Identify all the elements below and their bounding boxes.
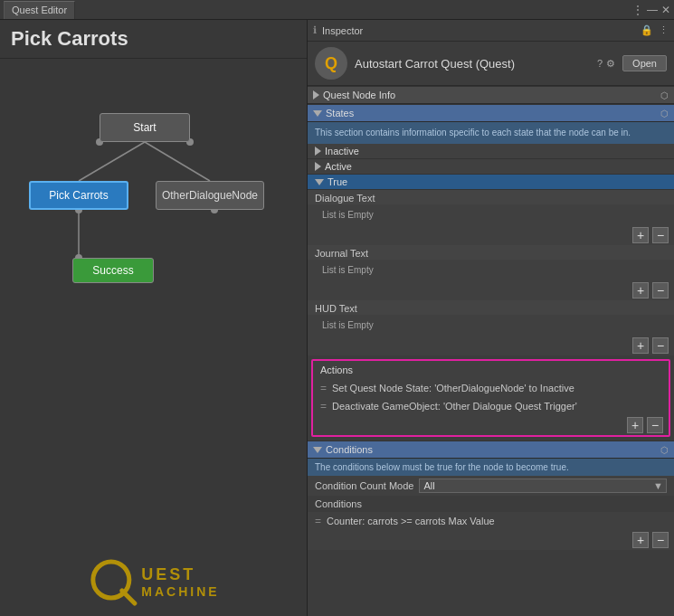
inspector-header: ℹ Inspector 🔒 ⋮ (308, 20, 674, 42)
states-info-text: This section contains information specif… (315, 128, 631, 137)
dialogue-text-section: List is Empty (308, 204, 674, 225)
collapse-icon-true (315, 179, 324, 185)
expand-icon-conditions: ⬡ (660, 445, 669, 455)
quest-name: Autostart Carrot Quest (Quest) (355, 57, 590, 71)
hud-text-label: HUD Text (308, 300, 674, 315)
state-true-label: True (328, 176, 347, 187)
conditions-remove-btn[interactable]: − (652, 532, 669, 548)
node-start[interactable]: Start (100, 113, 190, 142)
hud-text-controls: + − (308, 336, 674, 355)
action-equals-0: = (320, 382, 327, 394)
journal-text-add-btn[interactable]: + (632, 282, 649, 299)
inspector-help-icons: ? ⚙ (597, 58, 615, 70)
node-pick-carrots[interactable]: Pick Carrots (29, 181, 128, 210)
state-active-label: Active (325, 161, 352, 172)
tab-label: Quest Editor (12, 5, 67, 15)
journal-text-section: List is Empty (308, 260, 674, 280)
right-panel: ℹ Inspector 🔒 ⋮ Q Autostart Carrot Quest… (308, 20, 674, 616)
condition-text-0: Counter: carrots >= carrots Max Value (327, 516, 495, 526)
collapse-icon-conditions (313, 447, 322, 453)
state-inactive-row[interactable]: Inactive (308, 144, 674, 159)
top-bar: Quest Editor ⋮ — ✕ (0, 0, 674, 20)
dialogue-text-add-btn[interactable]: + (632, 227, 649, 243)
hud-text-add-btn[interactable]: + (632, 337, 649, 354)
more-options-icon[interactable]: ⋮ (659, 24, 669, 36)
quest-graph: Start Pick Carrots OtherDialogueNode Suc… (0, 59, 307, 616)
condition-count-dropdown-wrapper: All Any None ▼ (419, 479, 667, 493)
graph-connections (0, 59, 307, 616)
conditions-title: Conditions (326, 444, 373, 455)
quest-editor-tab[interactable]: Quest Editor (4, 1, 75, 19)
left-panel: Pick Carrots St (0, 20, 308, 616)
action-text-1: Deactivate GameObject: 'Other Dialogue Q… (332, 401, 577, 412)
node-start-label: Start (133, 121, 156, 134)
open-button[interactable]: Open (622, 55, 667, 71)
dialogue-text-controls: + − (308, 225, 674, 245)
collapse-icon-quest-node-info (313, 90, 319, 100)
conditions-controls: + − (308, 530, 674, 550)
quest-icon: Q (315, 47, 347, 80)
node-success[interactable]: Success (72, 258, 154, 283)
action-equals-1: = (320, 400, 327, 412)
settings-icon[interactable]: ⚙ (606, 58, 615, 70)
dialogue-text-remove-btn[interactable]: − (652, 227, 669, 243)
node-other-dialogue-label: OtherDialogueNode (162, 189, 258, 202)
action-text-0: Set Quest Node State: 'OtherDialogueNode… (332, 383, 574, 393)
close-icon[interactable]: ✕ (661, 4, 670, 16)
top-bar-controls: ⋮ — ✕ (632, 4, 670, 16)
quest-node-info-header[interactable]: Quest Node Info ⬡ (308, 86, 674, 104)
collapse-icon-inactive (315, 147, 321, 156)
journal-text-label: Journal Text (308, 245, 674, 260)
actions-remove-btn[interactable]: − (647, 417, 663, 433)
help-icon[interactable]: ? (597, 58, 603, 69)
action-item-0: = Set Quest Node State: 'OtherDialogueNo… (313, 379, 669, 397)
info-icon: ℹ (313, 24, 317, 36)
svg-line-0 (79, 142, 145, 181)
conditions-header[interactable]: Conditions ⬡ (308, 441, 674, 459)
condition-count-row: Condition Count Mode All Any None ▼ (308, 476, 674, 496)
node-pick-carrots-label: Pick Carrots (49, 189, 108, 202)
collapse-icon-states (313, 110, 322, 117)
condition-item-0: = Counter: carrots >= carrots Max Value (308, 512, 674, 530)
inspector-content: Quest Node Info ⬡ States ⬡ This section … (308, 86, 674, 616)
condition-equals-0: = (315, 515, 321, 527)
lock-icon[interactable]: 🔒 (641, 24, 653, 36)
states-title: States (326, 108, 354, 118)
svg-line-1 (145, 142, 210, 181)
minimize-icon[interactable]: — (647, 4, 658, 16)
conditions-add-btn[interactable]: + (632, 532, 649, 548)
collapse-icon-active (315, 162, 321, 171)
states-header[interactable]: States ⬡ (308, 104, 674, 122)
conditions-sub-label: Conditions (308, 496, 674, 512)
state-true-row[interactable]: True (308, 175, 674, 190)
page-title: Pick Carrots (0, 20, 307, 59)
conditions-info-box: The conditions below must be true for th… (308, 459, 674, 476)
actions-add-btn[interactable]: + (627, 417, 643, 433)
journal-text-controls: + − (308, 280, 674, 300)
main-layout: Pick Carrots St (0, 20, 674, 616)
conditions-info-text: The conditions below must be true for th… (315, 462, 569, 472)
logo-q-icon (87, 556, 138, 607)
actions-section: Actions = Set Quest Node State: 'OtherDi… (311, 359, 670, 437)
more-icon[interactable]: ⋮ (632, 4, 643, 16)
journal-text-empty: List is Empty (315, 263, 667, 277)
condition-count-dropdown[interactable]: All Any None (419, 479, 667, 493)
journal-text-remove-btn[interactable]: − (652, 282, 669, 299)
logo-text: UEST MACHINE (141, 565, 219, 599)
node-success-label: Success (92, 264, 133, 277)
hud-text-section: List is Empty (308, 315, 674, 336)
condition-count-label: Condition Count Mode (315, 480, 413, 491)
node-other-dialogue[interactable]: OtherDialogueNode (156, 181, 264, 210)
quest-node-info-title: Quest Node Info (323, 90, 395, 100)
logo-text-quest: UEST (141, 565, 219, 584)
actions-controls: + − (313, 415, 669, 435)
states-info-box: This section contains information specif… (308, 122, 674, 144)
hud-text-remove-btn[interactable]: − (652, 337, 669, 354)
action-item-1: = Deactivate GameObject: 'Other Dialogue… (313, 397, 669, 415)
logo-text-machine: MACHINE (141, 584, 219, 599)
inspector-title: Inspector (322, 25, 363, 36)
quest-machine-logo: UEST MACHINE (87, 556, 219, 607)
state-active-row[interactable]: Active (308, 159, 674, 175)
dialogue-text-empty: List is Empty (315, 208, 667, 222)
expand-icon-states: ⬡ (660, 109, 669, 118)
